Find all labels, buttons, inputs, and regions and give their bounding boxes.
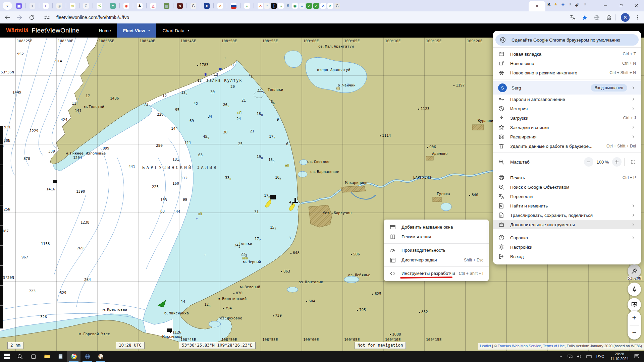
- nav-fleet-view[interactable]: Fleet View▼: [117, 23, 157, 38]
- chrome-menu-item-транслировать-сохранить-поделить[interactable]: Транслировать, сохранить, поделиться: [493, 210, 641, 220]
- new-tab-button[interactable]: +: [572, 1, 581, 10]
- group-tab-favicon[interactable]: ♟: [553, 1, 558, 7]
- pinned-tab-favicon[interactable]: [231, 3, 236, 9]
- chrome-menu-item-новое-окно-в-режиме-инкогнито[interactable]: Новое окно в режиме инкогнитоCtrl + Shif…: [493, 68, 641, 77]
- pinned-tab-favicon[interactable]: ♜: [285, 3, 291, 9]
- chrome-menu-item-печать-[interactable]: Печать...Ctrl + P: [493, 173, 641, 182]
- transas-link[interactable]: Transas Web Map Service: [498, 344, 541, 348]
- pinned-tab-favicon[interactable]: [: [271, 3, 277, 9]
- chrome-menu-item-закладки-и-списки[interactable]: Закладки и списки: [493, 123, 641, 132]
- submenu-item-диспетчер-задач[interactable]: Диспетчер задачShift + Esc: [384, 255, 489, 265]
- translate-icon[interactable]: [568, 13, 577, 22]
- chrome-menu-item-сделайте-google-chrome-браузером[interactable]: Сделайте Google Chrome браузером по умол…: [495, 34, 639, 46]
- group-tab-favicon[interactable]: ♜: [582, 1, 588, 7]
- notification-center-icon[interactable]: [632, 354, 641, 359]
- profile-avatar[interactable]: S: [621, 13, 630, 22]
- chrome-menu-item-пароли-и-автозаполнение[interactable]: Пароли и автозаполнение: [493, 95, 641, 104]
- pinned-tab-favicon[interactable]: ⊕: [70, 3, 75, 9]
- pinned-tab-favicon[interactable]: ●: [204, 3, 210, 9]
- back-icon[interactable]: [3, 13, 12, 22]
- pinned-tab-favicon[interactable]: ●: [30, 3, 35, 9]
- submenu-item-добавить-название-окна[interactable]: Добавить название окна: [384, 222, 489, 232]
- pinned-tab-favicon[interactable]: ✦: [110, 3, 116, 9]
- monitor-button[interactable]: [628, 298, 641, 311]
- chrome-menu-item-перевести[interactable]: Перевести: [493, 192, 641, 201]
- forward-icon[interactable]: [15, 13, 24, 22]
- pinned-tab-favicon[interactable]: △: [150, 3, 156, 9]
- taskbar-clock[interactable]: 20:28 11.10.2024: [610, 352, 629, 361]
- minimize-button[interactable]: [598, 0, 613, 11]
- tab-close-icon[interactable]: ×: [536, 3, 538, 9]
- pinned-tab-favicon[interactable]: ▣: [16, 3, 22, 9]
- chrome-menu-item-поиск-с-google-объективом[interactable]: Поиск с Google Объективом: [493, 182, 641, 192]
- chrome-menu-item-настройки[interactable]: Настройки: [493, 242, 641, 252]
- chrome-menu-item-расширения[interactable]: Расширения: [493, 132, 641, 141]
- volume-icon[interactable]: [575, 354, 584, 359]
- submenu-item-режим-чтения[interactable]: Режим чтения: [384, 232, 489, 242]
- task-view-button[interactable]: [27, 351, 40, 362]
- tab-group[interactable]: K ♟◉♜♜♜: [547, 1, 589, 7]
- keyboard-icon[interactable]: [584, 354, 594, 360]
- submenu-item-производительность[interactable]: Производительность: [384, 245, 489, 255]
- pinned-tab-favicon[interactable]: ♟: [137, 3, 143, 9]
- pinned-tab-favicon[interactable]: ▦: [164, 3, 169, 9]
- pinned-tab-favicon[interactable]: ✓: [306, 3, 312, 9]
- zoom-out-button[interactable]: [584, 157, 593, 167]
- search-icon[interactable]: [13, 351, 27, 362]
- calculator-icon[interactable]: [54, 351, 67, 362]
- globe-app-icon[interactable]: [80, 351, 94, 362]
- nav-home[interactable]: Home: [93, 23, 117, 38]
- pinned-tab-favicon[interactable]: ➤: [327, 3, 333, 9]
- chrome-menu-item-загрузки[interactable]: ЗагрузкиCtrl + J: [493, 113, 641, 123]
- chrome-menu-item-serg[interactable]: SSergВход выполнен: [493, 81, 641, 95]
- language-indicator[interactable]: РУС: [596, 354, 604, 359]
- pinned-tab-favicon[interactable]: ≡: [299, 3, 305, 9]
- tab-search-button[interactable]: ˅: [3, 2, 12, 10]
- pinned-tab-favicon[interactable]: ◎: [56, 3, 62, 9]
- leaflet-link[interactable]: Leaflet: [480, 344, 491, 348]
- site-settings-icon[interactable]: [42, 13, 52, 22]
- pinned-tab-favicon[interactable]: ◗: [43, 3, 49, 9]
- group-tab-favicon[interactable]: ◉: [560, 1, 566, 7]
- tray-chevron-up-icon[interactable]: [556, 354, 566, 359]
- pinned-tab-favicon[interactable]: G: [191, 3, 196, 9]
- url-text[interactable]: fleetviewonline.com/fvo/html5/#/fvo: [56, 15, 129, 20]
- zoom-out-button[interactable]: −: [628, 325, 641, 340]
- chrome-taskbar-icon[interactable]: [67, 351, 80, 362]
- pinned-tab-favicon[interactable]: ✓: [313, 3, 319, 9]
- chrome-menu-item-история[interactable]: История: [493, 104, 641, 113]
- globe-icon[interactable]: [592, 13, 601, 22]
- app-logo[interactable]: Wärtsilä FleetViewOnline: [6, 23, 79, 38]
- pinned-tab-favicon[interactable]: ✕: [320, 3, 326, 9]
- pinned-tab-favicon[interactable]: ◔: [264, 3, 270, 9]
- chrome-menu-item-новое-окно[interactable]: Новое окноCtrl + N: [493, 59, 641, 68]
- close-window-button[interactable]: [629, 0, 644, 11]
- terms-link[interactable]: Terms of Use: [543, 344, 565, 348]
- pinned-tab-favicon[interactable]: ✕: [217, 3, 223, 9]
- file-explorer-icon[interactable]: [40, 351, 54, 362]
- paint-app-icon[interactable]: [94, 351, 107, 362]
- active-tab[interactable]: ×: [529, 1, 545, 11]
- pinned-tab-favicon[interactable]: ◉: [292, 3, 298, 9]
- zoom-in-button[interactable]: [612, 157, 622, 167]
- north-arrow-button[interactable]: [628, 283, 641, 296]
- extensions-icon[interactable]: [604, 13, 613, 22]
- pinned-tab-favicon[interactable]: ∷: [278, 3, 284, 9]
- start-button[interactable]: [0, 351, 13, 362]
- menu-kebab-icon[interactable]: [633, 13, 642, 22]
- submenu-item-инструменты-разработчика[interactable]: Инструменты разработчикаCtrl + Shift + I: [384, 268, 489, 278]
- pinned-tab-favicon[interactable]: G: [334, 3, 340, 9]
- pinned-tab-favicon[interactable]: ≶: [97, 3, 102, 9]
- chrome-menu-item-выход[interactable]: Выход: [493, 252, 641, 261]
- chrome-menu-item-найти-и-изменить[interactable]: Найти и изменить: [493, 201, 641, 210]
- maximize-button[interactable]: [613, 0, 629, 11]
- pin-tool-button[interactable]: [628, 264, 641, 278]
- chrome-menu-item-новая-вкладка[interactable]: Новая вкладкаCtrl + T: [493, 49, 641, 59]
- pinned-tab-favicon[interactable]: ◉: [123, 3, 129, 9]
- pinned-tab-favicon[interactable]: ∷: [244, 3, 250, 9]
- chrome-menu-item-удалить-данные-о-работе-в-браузе[interactable]: Удалить данные о работе в браузере...Ctr…: [493, 141, 641, 151]
- reload-icon[interactable]: [27, 13, 36, 22]
- chrome-menu-item-справка[interactable]: Справка: [493, 233, 641, 242]
- nav-chart-data[interactable]: Chart Data▼: [156, 23, 196, 38]
- zoom-in-button[interactable]: +: [628, 311, 641, 325]
